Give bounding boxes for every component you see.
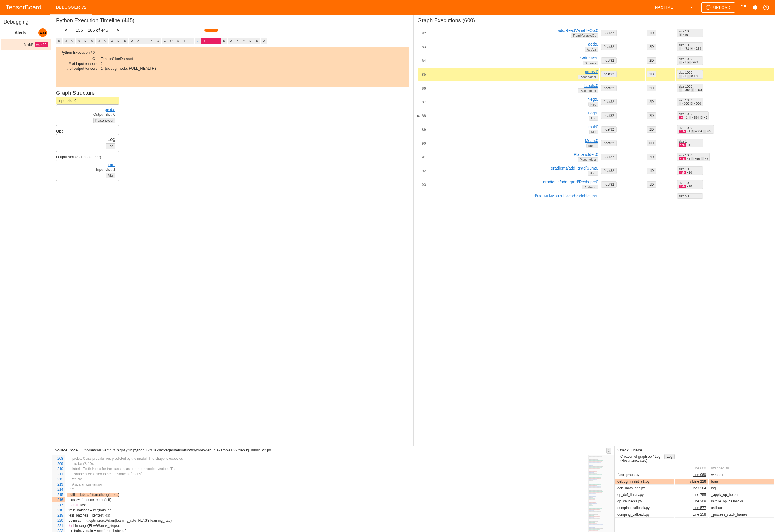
timeline-tick[interactable]: A [155, 38, 161, 44]
graph-exec-row[interactable]: 91 Placeholder:0Placeholder float32 2D s… [418, 150, 775, 164]
timeline-tick[interactable]: - [208, 38, 214, 44]
stack-row[interactable]: dumping_callback.pyLine 577callback [615, 505, 774, 511]
slider-thumb[interactable] [204, 29, 218, 32]
line-number[interactable]: 213 [52, 482, 65, 487]
line-number[interactable]: 216 [52, 497, 65, 502]
graph-op-name[interactable]: gradients/add_grad/Sum:0 [551, 166, 598, 170]
graph-op-name[interactable]: Mean:0 [585, 138, 599, 143]
stepper-down[interactable]: ▼ [607, 451, 611, 453]
timeline-tick[interactable]: C [168, 38, 174, 44]
line-number[interactable]: 214 [52, 487, 65, 492]
stack-op-chip[interactable]: Log [665, 454, 674, 459]
timeline-tick[interactable]: R [129, 38, 135, 44]
graph-exec-row[interactable]: 83 add:0AddV2 float32 2D size:1000-×471 … [418, 40, 775, 53]
line-number[interactable]: 215 [52, 492, 65, 497]
timeline-tick[interactable]: I [181, 38, 188, 44]
timeline-tick[interactable]: R [115, 38, 122, 44]
timeline-tick[interactable]: A [234, 38, 240, 44]
output-op-name[interactable]: mul [60, 162, 115, 167]
timeline-tick[interactable]: S [69, 38, 75, 44]
timeline-tick[interactable]: m [142, 38, 148, 44]
timeline-tick[interactable]: S [102, 38, 108, 44]
stack-row[interactable]: debug_mnist_v2.py↓ Line 216loss [615, 479, 774, 485]
timeline-tick[interactable]: ! [201, 38, 207, 44]
minimap[interactable]: ━━━━━━━━━━━━━━━━━━━━━━━━━━━━━━━━━━━━━━━━… [589, 455, 614, 532]
line-number[interactable]: 209 [52, 461, 65, 466]
stack-row[interactable]: Line 600wrapped_fn [615, 465, 774, 471]
graph-exec-row[interactable]: ▶88 Log:0Log float32 2D size:1000-∞×1 -×… [418, 109, 775, 122]
line-number[interactable]: 218 [52, 508, 65, 513]
graph-op-name[interactable]: Log:0 [588, 111, 598, 115]
timeline-slider[interactable] [128, 29, 401, 32]
line-number[interactable]: 210 [52, 466, 65, 471]
timeline-tick[interactable]: S [63, 38, 69, 44]
graph-exec-row[interactable]: 89 mul:0Mul float32 2D size:1000NaN×1 0×… [418, 123, 775, 136]
graph-op-name[interactable]: Neg:0 [588, 97, 598, 102]
timeline-tick[interactable]: R [109, 38, 115, 44]
timeline-tick[interactable]: R [247, 38, 254, 44]
graph-op-name[interactable]: add:0 [588, 42, 598, 46]
line-number[interactable]: 212 [52, 477, 65, 482]
timeline-tick[interactable]: I [188, 38, 194, 44]
graph-exec-row[interactable]: 87 Neg:0Neg float32 2D size:1000-×100 0×… [418, 95, 775, 108]
timeline-tick[interactable]: R [122, 38, 128, 44]
graph-op-name[interactable]: Softmax:0 [580, 56, 598, 60]
timeline-tick[interactable]: P [261, 38, 267, 44]
graph-op-name[interactable]: probs:0 [585, 69, 599, 74]
line-number[interactable]: 221 [52, 523, 65, 528]
line-number[interactable]: 222 [52, 528, 65, 532]
timeline-tick[interactable]: A [135, 38, 141, 44]
graph-op-name[interactable]: add/ReadVariableOp:0 [558, 28, 598, 33]
stack-row[interactable]: op_callbacks.pyLine 208invoke_op_callbac… [615, 498, 774, 504]
graph-op-name[interactable]: labels:0 [584, 83, 598, 88]
timeline-tick[interactable]: A [148, 38, 155, 44]
timeline-tick[interactable]: R [82, 38, 89, 44]
input-slot-box[interactable]: probs Output slot: 0 Placeholder [56, 104, 119, 126]
timeline-tick[interactable]: S [96, 38, 102, 44]
line-number[interactable]: 217 [52, 502, 65, 508]
line-number[interactable]: 220 [52, 518, 65, 523]
timeline-tick[interactable]: - [214, 38, 221, 44]
output-slot-box[interactable]: mul Input slot: 1 Mul [56, 160, 119, 181]
timeline-prev[interactable]: < [65, 28, 67, 32]
timeline-tick[interactable]: M [89, 38, 95, 44]
tab-debugger-v2[interactable]: DEBUGGER V2 [50, 0, 92, 15]
line-number[interactable]: 219 [52, 513, 65, 518]
graph-exec-row[interactable]: 90 Mean:0Mean float32 0D size:1NaN×1 [418, 137, 775, 150]
upload-button[interactable]: UPLOAD [701, 2, 735, 13]
stepper-up[interactable]: ▲ [607, 448, 611, 451]
stack-row[interactable]: func_graph.pyLine 969wrapper [615, 472, 774, 478]
stack-row[interactable]: dumping_callback.pyLine 258_process_stac… [615, 512, 774, 518]
timeline-tick[interactable]: R [254, 38, 260, 44]
graph-exec-row[interactable]: 85 probs:0Placeholder float32 2D size:10… [418, 68, 775, 81]
timeline-tick[interactable]: R [221, 38, 227, 44]
settings-button[interactable] [751, 4, 758, 11]
timeline-tick[interactable]: m [195, 38, 201, 44]
graph-exec-row[interactable]: 92 gradients/add_grad/Sum:0Sum float32 1… [418, 164, 775, 177]
run-selector-dropdown[interactable]: INACTIVE [651, 4, 696, 11]
stack-row[interactable]: gen_math_ops.pyLine 5264log [615, 485, 774, 491]
graph-exec-row[interactable]: 82 add/ReadVariableOp:0ReadVariableOp fl… [418, 26, 775, 40]
timeline-tick[interactable]: S [76, 38, 82, 44]
graph-exec-row[interactable]: 86 labels:0Placeholder float32 2D size:1… [418, 81, 775, 95]
graph-op-name[interactable]: d/MatMul/MatMul/ReadVariableOn:0 [534, 194, 598, 198]
source-stepper[interactable]: ▲▼ [606, 448, 611, 454]
refresh-button[interactable] [740, 4, 746, 11]
alert-item-nan[interactable]: NaN/ ∞: 499 [1, 39, 50, 50]
graph-exec-row[interactable]: 84 Softmax:0Softmax float32 2D size:1000… [418, 54, 775, 67]
graph-op-name[interactable]: gradients/add_grad/Reshape:0 [543, 180, 598, 184]
stack-row[interactable]: op_def_library.pyLine 755_apply_op_helpe… [615, 492, 774, 498]
line-number[interactable]: 211 [52, 471, 65, 477]
line-number[interactable]: 208 [52, 456, 65, 461]
timeline-next[interactable]: > [117, 28, 119, 32]
help-button[interactable] [763, 4, 769, 11]
graph-op-name[interactable]: Placeholder:0 [574, 152, 599, 157]
graph-op-name[interactable]: mul:0 [589, 125, 598, 129]
timeline-tick[interactable]: R [228, 38, 234, 44]
timeline-tick[interactable]: E [162, 38, 168, 44]
timeline-tick[interactable]: P [56, 38, 62, 44]
graph-exec-row[interactable]: d/MatMul/MatMul/ReadVariableOn:0 size:50… [418, 192, 775, 200]
input-op-name[interactable]: probs [60, 107, 115, 112]
timeline-tick[interactable]: M [175, 38, 181, 44]
graph-exec-row[interactable]: 93 gradients/add_grad/Reshape:0Reshape f… [418, 178, 775, 191]
